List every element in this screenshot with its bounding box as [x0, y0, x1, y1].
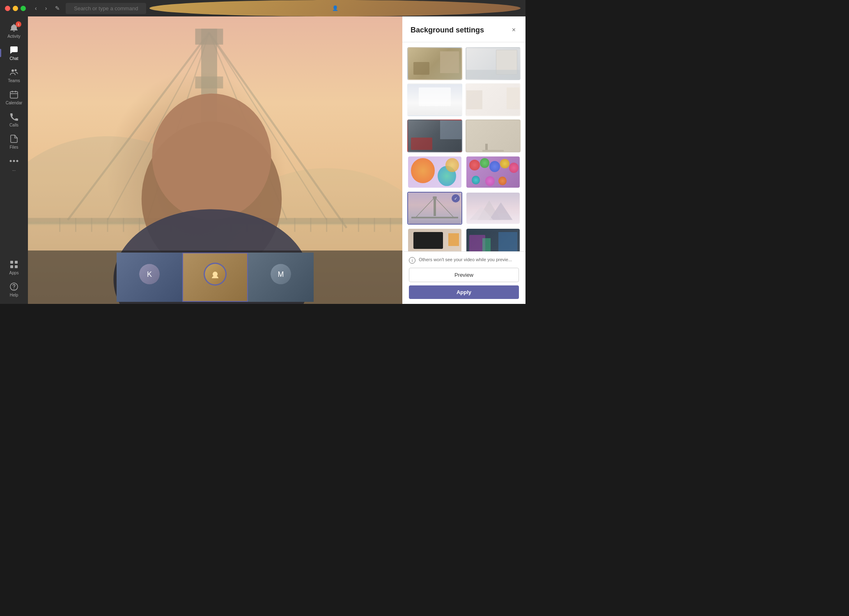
participants-strip: K Karli — [28, 251, 402, 304]
sidebar-item-more[interactable]: ... — [0, 153, 28, 175]
svg-point-1 — [15, 69, 17, 71]
calls-icon — [9, 112, 19, 122]
bg-thumb-10[interactable] — [466, 192, 521, 225]
bg-thumb-4[interactable] — [466, 83, 521, 116]
sidebar-item-help[interactable]: Help — [7, 278, 21, 301]
info-text: Others won't see your video while you pr… — [419, 257, 512, 263]
bg-panel-footer: i Others won't see your video while you … — [402, 251, 525, 304]
svg-point-0 — [11, 69, 14, 72]
main-layout: 1 Activity Chat Teams — [0, 16, 525, 304]
sidebar-item-calls[interactable]: Calls — [0, 108, 28, 131]
sidebar-item-calendar[interactable]: Calendar — [0, 86, 28, 108]
activity-icon: 1 — [9, 23, 19, 33]
sidebar-item-activity[interactable]: 1 Activity — [0, 20, 28, 42]
background-settings-panel: Background settings × — [402, 16, 525, 304]
bg-panel-title: Background settings — [411, 26, 484, 34]
files-icon — [9, 134, 19, 144]
avatar[interactable]: 👤 — [149, 0, 521, 16]
info-row: i Others won't see your video while you … — [409, 257, 519, 264]
sidebar-item-chat[interactable]: Chat — [0, 42, 28, 64]
preview-button[interactable]: Preview — [409, 268, 519, 282]
svg-rect-52 — [434, 197, 436, 216]
svg-line-54 — [415, 197, 435, 218]
participant-self — [182, 253, 248, 302]
apps-label: Apps — [9, 271, 19, 275]
apps-icon — [9, 260, 19, 269]
svg-rect-2 — [10, 92, 18, 98]
bg-thumb-5[interactable] — [407, 120, 462, 152]
bg-thumb-8[interactable] — [466, 156, 521, 188]
apply-button[interactable]: Apply — [409, 285, 519, 299]
chat-icon — [9, 45, 19, 55]
sidebar-bottom: Apps Help — [7, 256, 21, 301]
minimize-traffic-light[interactable] — [13, 6, 18, 11]
svg-rect-8 — [10, 265, 13, 268]
calls-label: Calls — [9, 123, 18, 127]
more-icon — [9, 156, 19, 166]
back-button[interactable]: ‹ — [32, 3, 39, 13]
svg-point-4 — [13, 160, 15, 162]
svg-rect-6 — [10, 261, 13, 264]
activity-label: Activity — [7, 34, 21, 39]
info-icon: i — [409, 257, 415, 264]
bg-thumb-1[interactable] — [407, 47, 462, 80]
bg-thumb-7[interactable] — [407, 156, 462, 188]
chat-label: Chat — [9, 56, 18, 61]
help-icon — [9, 282, 19, 292]
karli-avatar: K — [139, 264, 160, 285]
sidebar-item-teams[interactable]: Teams — [0, 64, 28, 86]
teams-label: Teams — [8, 78, 20, 83]
svg-rect-7 — [15, 261, 18, 264]
participant-karli: K Karli — [117, 253, 182, 302]
more-label: ... — [12, 167, 16, 172]
svg-point-5 — [16, 160, 18, 162]
titlebar: ‹ › ✎ 👤 — [0, 0, 525, 16]
bg-thumb-3[interactable] — [407, 83, 462, 116]
compose-button[interactable]: ✎ — [53, 3, 62, 13]
sidebar-item-files[interactable]: Files — [0, 131, 28, 153]
bg-thumb-6[interactable] — [466, 120, 521, 152]
svg-point-47 — [152, 94, 271, 220]
michael-avatar: M — [271, 264, 291, 285]
calendar-label: Calendar — [6, 101, 23, 105]
forward-button[interactable]: › — [43, 3, 50, 13]
calendar-icon — [9, 90, 19, 99]
svg-rect-9 — [15, 265, 18, 268]
bg-thumb-12[interactable] — [466, 228, 521, 251]
teams-icon — [9, 67, 19, 77]
activity-badge: 1 — [16, 21, 21, 27]
bg-thumb-2[interactable] — [466, 47, 521, 80]
close-traffic-light[interactable] — [5, 6, 10, 11]
bg-thumb-bridge-check: ✓ — [452, 194, 460, 202]
participant-michael: M Michael — [248, 253, 314, 302]
bg-thumb-bridge[interactable]: ✓ — [407, 192, 462, 225]
close-bg-panel-button[interactable]: × — [510, 25, 517, 35]
sidebar-item-apps[interactable]: Apps — [7, 256, 21, 278]
bg-thumbnails-grid: ✓ — [402, 42, 525, 251]
maximize-traffic-light[interactable] — [21, 6, 26, 11]
bg-thumb-11[interactable] — [407, 228, 462, 251]
sidebar: 1 Activity Chat Teams — [0, 16, 28, 304]
video-main: 00:38 — [28, 16, 402, 304]
traffic-lights — [5, 6, 26, 11]
bg-panel-header: Background settings × — [402, 16, 525, 42]
video-area: 00:38 — [28, 16, 402, 304]
svg-point-3 — [10, 160, 12, 162]
search-input[interactable] — [66, 3, 146, 14]
files-label: Files — [9, 145, 18, 149]
svg-point-11 — [14, 289, 14, 290]
svg-line-55 — [435, 197, 454, 218]
help-label: Help — [10, 293, 18, 297]
self-avatar — [205, 264, 225, 285]
svg-rect-56 — [411, 217, 458, 218]
